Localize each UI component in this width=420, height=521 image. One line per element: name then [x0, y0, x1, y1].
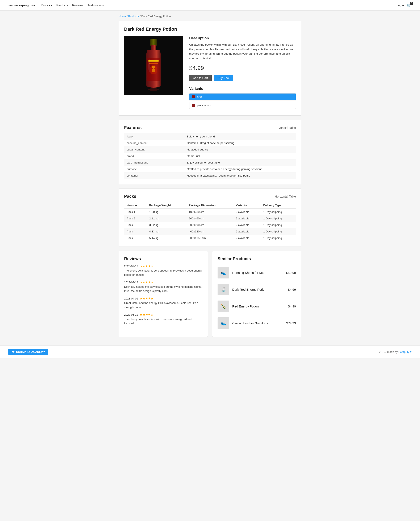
feature-row: purposeCrafted to provide sustained ener…: [124, 166, 296, 172]
feature-value: Enjoy chilled for best taste: [184, 159, 296, 166]
packs-header: Packs Horizontal Table: [124, 194, 296, 199]
footer-link[interactable]: ScrapFly: [398, 350, 409, 353]
product-details: Description Unleash the power within wit…: [189, 36, 296, 110]
nav-link-reviews[interactable]: Reviews: [72, 4, 83, 7]
packs-column-header: Package Weight: [147, 202, 186, 209]
button-row: Add to Cart Buy Now: [189, 75, 296, 81]
feature-key: sugar_content: [124, 146, 184, 153]
footer-brand[interactable]: 🕷 SCRAPFLY ACADEMY: [8, 349, 48, 355]
footer-icon: 🕷: [12, 350, 15, 353]
review-stars: ★★★★☆: [140, 313, 154, 316]
pack-delivery: 1 Day shipping: [261, 215, 296, 222]
similar-product-name: Dark Red Energy Potion: [232, 288, 285, 291]
similar-product-thumb: 🍾: [218, 300, 229, 312]
footer: 🕷 SCRAPFLY ACADEMY v1.3.0 made by ScrapF…: [0, 345, 420, 358]
svg-point-5: [148, 59, 150, 72]
feature-value: Housed in a captivating, reusable potion…: [184, 172, 296, 179]
pack-delivery: 1 Day shipping: [261, 228, 296, 235]
buy-now-button[interactable]: Buy Now: [214, 75, 233, 81]
review-stars: ★★★★★: [140, 281, 154, 284]
variants-container: onepack of six: [189, 93, 296, 109]
pack-weight: 5,44 kg: [147, 235, 186, 241]
feature-row: flavorBold cherry cola blend: [124, 133, 296, 140]
similar-product-name: Classic Leather Sneakers: [232, 321, 283, 325]
footer-heart: ♥: [410, 350, 412, 353]
review-item: 2023-05-12 ★★★★☆ The cherry cola flavor …: [124, 313, 202, 325]
pack-version: Pack 2: [124, 215, 147, 222]
pack-version: Pack 5: [124, 235, 147, 241]
packs-column-header: Variants: [233, 202, 261, 209]
review-stars: ★★★★★: [140, 297, 154, 300]
pack-dimension: 500x1150 cm: [186, 235, 233, 241]
variant-color-swatch: [192, 95, 195, 98]
footer-version: v1.3.0 made by ScrapFly ♥: [379, 350, 412, 353]
review-date-row: 2023-03-14 ★★★★★: [124, 281, 202, 284]
navbar-right: login 🛒 0: [398, 3, 412, 8]
pack-row: Pack 1 1,00 kg 100x230 cm 2 available 1 …: [124, 209, 296, 215]
navbar: web-scraping.dev Docs ▾ Products Reviews…: [0, 0, 420, 10]
similar-product-item[interactable]: 🍶 Dark Red Energy Potion $4.99: [218, 281, 296, 298]
similar-product-name: Red Energy Potion: [232, 305, 285, 308]
breadcrumb-products[interactable]: Products: [128, 15, 139, 18]
nav-link-docs[interactable]: Docs ▾: [41, 4, 52, 7]
feature-row: care_instructionsEnjoy chilled for best …: [124, 159, 296, 166]
pack-row: Pack 3 3,22 kg 300x690 cm 2 available 1 …: [124, 222, 296, 228]
pack-delivery: 1 Day shipping: [261, 235, 296, 241]
pack-variants: 2 available: [233, 228, 261, 235]
similar-product-item[interactable]: 🍾 Red Energy Potion $4.99: [218, 298, 296, 315]
similar-product-price: $49.99: [286, 271, 296, 275]
breadcrumb-home[interactable]: Home: [119, 15, 126, 18]
pack-weight: 2,11 kg: [147, 215, 186, 222]
nav-link-products[interactable]: Products: [56, 4, 68, 7]
similar-title: Similar Products: [218, 256, 296, 261]
feature-value: No added sugars: [184, 146, 296, 153]
similar-product-price: $79.99: [286, 321, 296, 325]
pack-variants: 2 available: [233, 235, 261, 241]
description-text: Unleash the power within with our 'Dark …: [189, 42, 296, 61]
cart-icon[interactable]: 🛒 0: [407, 3, 412, 8]
review-item: 2023-02-12 ★★★★☆ The cherry cola flavor …: [124, 264, 202, 277]
pack-variants: 2 available: [233, 209, 261, 215]
similar-products-card: Similar Products 👟 Running Shoes for Men…: [212, 251, 301, 337]
review-text: Great taste, and the energy kick is awes…: [124, 301, 202, 309]
pack-dimension: 400x920 cm: [186, 228, 233, 235]
similar-product-thumb: 👟: [218, 317, 229, 329]
pack-version: Pack 3: [124, 222, 147, 228]
main-container: Home / Products / Dark Red Energy Potion…: [115, 10, 305, 345]
packs-header-row: VersionPackage WeightPackage DimensionVa…: [124, 202, 296, 209]
nav-link-testimonials[interactable]: Testimonials: [88, 4, 104, 7]
product-card: Dark Red Energy Potion: [119, 21, 301, 115]
reviews-title: Reviews: [124, 256, 202, 261]
login-link[interactable]: login: [398, 4, 404, 7]
features-type: Vertical Table: [278, 126, 296, 130]
similar-product-price: $4.99: [288, 305, 296, 308]
variant-option[interactable]: one: [189, 93, 296, 100]
pack-variants: 2 available: [233, 215, 261, 222]
variant-option[interactable]: pack of six: [189, 102, 296, 109]
svg-point-3: [152, 66, 155, 69]
packs-column-header: Delivery Type: [261, 202, 296, 209]
similar-product-item[interactable]: 👟 Running Shoes for Men $49.99: [218, 264, 296, 281]
svg-rect-4: [152, 69, 155, 72]
reviews-container: 2023-02-12 ★★★★☆ The cherry cola flavor …: [124, 264, 202, 325]
features-table: flavorBold cherry cola blendcaffeine_con…: [124, 133, 296, 179]
variant-label: pack of six: [197, 104, 211, 107]
feature-value: Crafted to provide sustained energy duri…: [184, 166, 296, 172]
footer-brand-label: SCRAPFLY ACADEMY: [16, 350, 45, 353]
review-item: 2023-04-05 ★★★★★ Great taste, and the en…: [124, 297, 202, 309]
add-to-cart-button[interactable]: Add to Cart: [189, 75, 212, 81]
similar-product-item[interactable]: 👟 Classic Leather Sneakers $79.99: [218, 315, 296, 331]
navbar-links: Docs ▾ Products Reviews Testimonials: [41, 4, 398, 7]
svg-point-6: [148, 88, 159, 91]
navbar-brand[interactable]: web-scraping.dev: [8, 3, 35, 7]
product-image: [142, 38, 165, 93]
review-text: The cherry cola flavor is a win. Keeps m…: [124, 317, 202, 325]
pack-weight: 1,00 kg: [147, 209, 186, 215]
review-date: 2023-05-12: [124, 313, 138, 316]
product-main: Description Unleash the power within wit…: [124, 36, 296, 110]
pack-weight: 4,33 kg: [147, 228, 186, 235]
features-title: Features: [124, 125, 142, 130]
pack-dimension: 100x230 cm: [186, 209, 233, 215]
packs-column-header: Version: [124, 202, 147, 209]
packs-section: Packs Horizontal Table VersionPackage We…: [119, 189, 301, 247]
